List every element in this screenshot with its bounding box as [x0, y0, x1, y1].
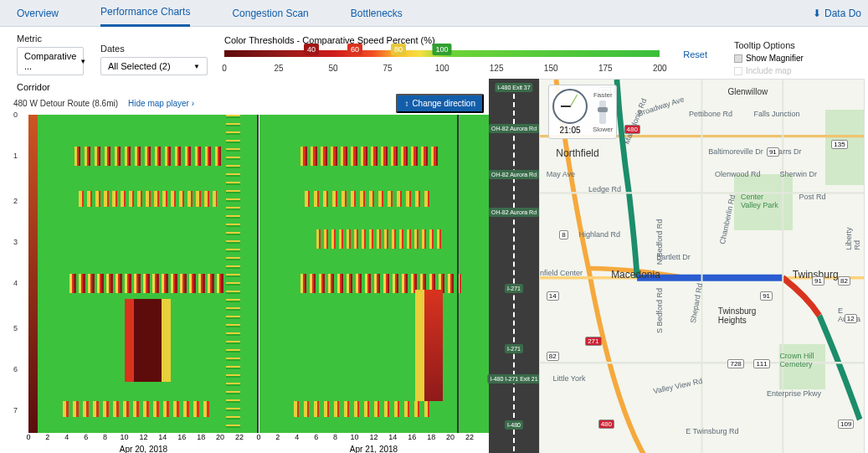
tick: 125: [490, 64, 504, 73]
segment-badge[interactable]: I-271: [505, 284, 523, 293]
x-date-1: Apr 20, 2018: [28, 445, 259, 453]
x-tick: 14: [158, 433, 167, 441]
route-shield: 82: [547, 352, 559, 361]
x-tick: 10: [120, 433, 128, 441]
x-tick: 6: [84, 433, 88, 441]
map-road-label: Liberty Rd: [844, 228, 860, 250]
main-layout: Corridor 480 W Detour Route (8.6mi) Hide…: [0, 79, 868, 453]
threshold-badge-40[interactable]: 40: [304, 44, 319, 55]
segment-badge[interactable]: OH-82 Aurora Rd: [489, 170, 539, 179]
tick: 0: [222, 64, 227, 73]
segment-badge[interactable]: I-271: [505, 344, 523, 353]
route-shield: 12: [845, 314, 857, 323]
y-tick: 1: [13, 152, 18, 160]
segment-badge[interactable]: OH-82 Aurora Rd: [489, 208, 539, 217]
speed-slider[interactable]: Faster Slower: [593, 91, 613, 133]
heatmap[interactable]: 0 1 2 3 4 5 6 7: [13, 115, 489, 433]
tab-overview[interactable]: Overview: [17, 1, 59, 26]
data-download-label: Data Do: [824, 8, 861, 19]
dates-value: All Selected (2): [108, 61, 171, 71]
route-shield: 109: [838, 420, 854, 429]
tick: 25: [274, 64, 283, 73]
metric-select[interactable]: Comparative ... ▼: [17, 47, 84, 75]
map-road-label: May Ave: [547, 170, 575, 178]
map-road-label: Little York: [552, 374, 585, 383]
tick: 50: [329, 64, 338, 73]
congestion-band: [28, 115, 38, 433]
checkbox-icon: [734, 67, 742, 75]
threshold-badge-80[interactable]: 80: [391, 44, 406, 55]
segment-badge[interactable]: I-480 Exit 37: [495, 83, 532, 92]
heatmap-panel: Corridor 480 W Detour Route (8.6mi) Hide…: [3, 79, 489, 453]
x-tick: 14: [388, 433, 397, 441]
map-poi-label: Center Valley Park: [741, 193, 778, 209]
map-city-label: Twinsburg Heights: [718, 306, 757, 325]
route-shield: 135: [831, 140, 847, 149]
chevron-right-icon: ›: [192, 99, 194, 108]
map-panel[interactable]: Northfield Macedonia Twinsburg Twinsburg…: [539, 79, 865, 453]
dates-group: Dates All Selected (2) ▼: [100, 44, 208, 75]
tab-performance-charts[interactable]: Performance Charts: [100, 0, 190, 27]
map-city-label: Glenwillow: [727, 87, 768, 96]
route-shield: 480: [598, 420, 614, 429]
map-road-label: Enterprise Pkwy: [767, 389, 821, 398]
map-road-label: Pettibone Rd: [689, 110, 732, 118]
map-road-label: Post Rd: [799, 193, 826, 201]
segment-badge[interactable]: OH-82 Aurora Rd: [489, 124, 539, 133]
x-tick: 18: [197, 433, 205, 441]
swap-icon: ↕: [404, 99, 408, 108]
reset-link[interactable]: Reset: [683, 49, 707, 59]
corridor-name: 480 W Detour Route (8.6mi): [13, 99, 118, 108]
congestion-block: [162, 299, 171, 382]
y-tick: 3: [13, 238, 18, 246]
threshold-ticks: 0 25 50 75 100 125 150 175 200: [224, 64, 660, 75]
time-cursor[interactable]: [457, 115, 459, 433]
congestion-band: [69, 274, 230, 293]
congestion-block: [415, 290, 424, 401]
route-shield: 8: [559, 230, 568, 239]
threshold-badge-60[interactable]: 60: [347, 44, 362, 55]
map-poi-label: Crown Hill Cemetery: [779, 352, 814, 368]
congestion-band: [74, 147, 223, 166]
show-magnifier-checkbox[interactable]: Show Magnifier: [734, 54, 851, 63]
segment-badge[interactable]: I-480: [505, 420, 523, 430]
include-map-checkbox[interactable]: Include map: [734, 66, 851, 75]
corridor-row: 480 W Detour Route (8.6mi) Hide map play…: [13, 94, 489, 113]
threshold-badge-100[interactable]: 100: [433, 44, 452, 55]
tab-bottlenecks[interactable]: Bottlenecks: [351, 1, 403, 26]
y-tick: 7: [13, 406, 18, 414]
threshold-bar[interactable]: 40 60 80 100: [224, 50, 660, 60]
map-road-label: E Twinsburg Rd: [686, 427, 738, 435]
map-city-label: Macedonia: [611, 269, 660, 281]
tick: 200: [653, 64, 667, 73]
route-shield: 82: [838, 276, 850, 286]
tick: 75: [383, 64, 393, 73]
x-tick: 4: [64, 433, 69, 441]
minute-hand: [570, 95, 578, 106]
evening-stripe: [226, 115, 239, 433]
x-tick: 0: [26, 433, 30, 441]
hide-map-player-link[interactable]: Hide map player ›: [128, 99, 194, 108]
data-download-button[interactable]: ⬇ Data Do: [813, 8, 861, 19]
y-tick: 6: [13, 365, 18, 373]
x-tick: 18: [427, 433, 435, 441]
segment-badge[interactable]: I-480 I-271 Exit 21: [487, 374, 540, 384]
x-date-2: Apr 21, 2018: [259, 445, 489, 453]
map-road-label: Sherwin Dr: [779, 170, 817, 178]
dates-label: Dates: [100, 44, 208, 54]
route-shield: 91: [812, 276, 824, 286]
map-road-label: Falls Junction: [753, 110, 799, 118]
congestion-band: [63, 401, 212, 417]
vertical-slider[interactable]: [599, 100, 606, 124]
threshold-block: Color Thresholds - Comparative Speed Per…: [224, 35, 660, 75]
tab-congestion-scan[interactable]: Congestion Scan: [232, 1, 308, 26]
controls-row: Metric Comparative ... ▼ Dates All Selec…: [0, 27, 868, 79]
change-direction-button[interactable]: ↕ Change direction: [396, 94, 484, 113]
x-tick: 16: [408, 433, 416, 441]
route-shield: 480: [624, 125, 640, 134]
dates-select[interactable]: All Selected (2) ▼: [100, 57, 208, 75]
x-tick: 2: [45, 433, 49, 441]
clock-widget[interactable]: 21:05 Faster Slower: [548, 85, 617, 139]
metric-group: Metric Comparative ... ▼: [17, 33, 84, 75]
congestion-band: [294, 401, 432, 417]
